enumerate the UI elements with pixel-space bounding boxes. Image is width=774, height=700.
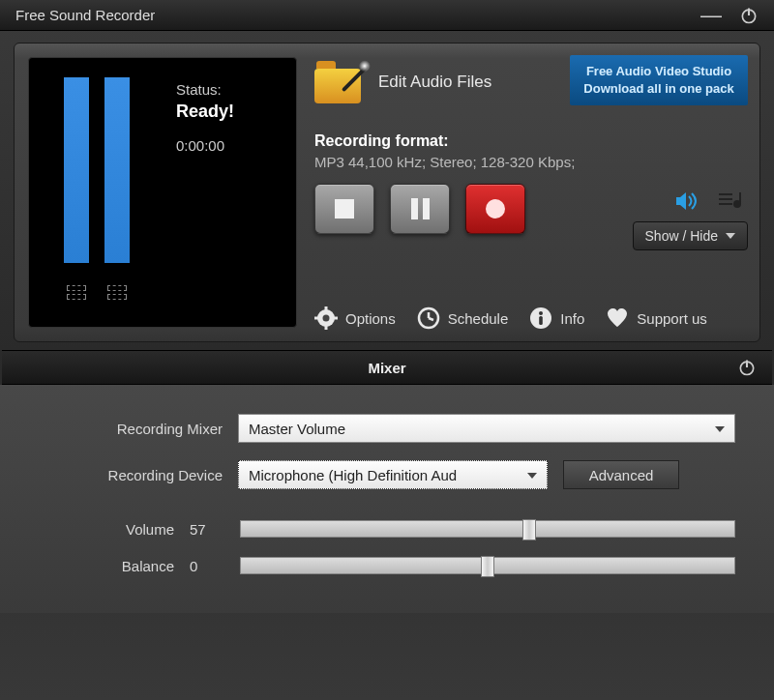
schedule-button[interactable]: Schedule: [417, 306, 509, 330]
advanced-label: Advanced: [589, 467, 654, 483]
gear-icon: [314, 306, 338, 330]
right-controls: Show / Hide: [633, 190, 748, 250]
meter-mark: [104, 282, 130, 302]
schedule-label: Schedule: [448, 310, 509, 327]
stop-button[interactable]: [314, 184, 374, 234]
status-label: Status:: [176, 81, 234, 98]
svg-rect-3: [719, 198, 732, 200]
svg-rect-6: [739, 192, 741, 204]
minimize-button[interactable]: —: [700, 11, 722, 20]
volume-thumb[interactable]: [522, 519, 536, 540]
balance-value: 0: [190, 558, 224, 574]
close-power-button[interactable]: [739, 6, 759, 25]
meter-right: [104, 77, 130, 263]
svg-rect-2: [719, 193, 732, 195]
svg-point-8: [323, 315, 330, 322]
titlebar: Free Sound Recorder —: [0, 0, 774, 31]
main-panel: Status: Ready! 0:00:00 Edit Audio Files …: [14, 43, 760, 342]
record-button[interactable]: [465, 184, 525, 234]
format-label: Recording format:: [314, 132, 748, 150]
format-value: MP3 44,100 kHz; Stereo; 128-320 Kbps;: [314, 154, 748, 170]
mixer-panel: Recording Mixer Master Volume Recording …: [0, 385, 774, 613]
promo-line2: Download all in one pack: [574, 80, 744, 98]
promo-line1: Free Audio Video Studio: [574, 63, 744, 80]
clock-icon: [417, 306, 440, 330]
svg-point-17: [539, 311, 543, 315]
chevron-down-icon: [726, 233, 735, 239]
power-icon: [737, 358, 757, 377]
heart-icon: [606, 306, 629, 330]
svg-rect-18: [539, 316, 543, 325]
balance-label: Balance: [39, 558, 174, 574]
recording-mixer-label: Recording Mixer: [39, 421, 223, 437]
level-meter: Status: Ready! 0:00:00: [28, 57, 297, 328]
support-button[interactable]: Support us: [606, 306, 707, 330]
speaker-button[interactable]: [674, 190, 700, 216]
info-button[interactable]: Info: [529, 306, 584, 330]
promo-banner[interactable]: Free Audio Video Studio Download all in …: [570, 55, 748, 105]
mixer-header: Mixer: [2, 350, 772, 385]
info-label: Info: [560, 310, 584, 327]
advanced-button[interactable]: Advanced: [563, 460, 679, 489]
right-area: Edit Audio Files Free Audio Video Studio…: [314, 55, 748, 330]
status-time: 0:00:00: [176, 137, 234, 154]
info-icon: [529, 306, 552, 330]
options-button[interactable]: Options: [314, 306, 396, 330]
volume-value: 57: [190, 521, 224, 538]
svg-rect-10: [325, 325, 328, 330]
svg-rect-12: [333, 317, 338, 320]
recording-device-label: Recording Device: [39, 467, 223, 483]
svg-rect-11: [314, 317, 319, 320]
status-value: Ready!: [176, 102, 234, 122]
balance-slider[interactable]: [240, 557, 735, 574]
folder-wand-icon: [314, 55, 369, 109]
mixer-title: Mixer: [368, 360, 405, 376]
svg-rect-4: [719, 203, 732, 205]
svg-line-15: [429, 318, 433, 320]
app-window: Free Sound Recorder — Status: Ready! 0:0…: [0, 0, 774, 700]
svg-rect-9: [325, 306, 328, 311]
recording-device-value: Microphone (High Definition Aud: [249, 467, 457, 483]
toolbar: Options Schedule Info Support us: [314, 306, 748, 330]
recording-device-combo[interactable]: Microphone (High Definition Aud: [238, 460, 548, 489]
playlist-button[interactable]: [717, 190, 742, 216]
power-icon: [739, 6, 759, 25]
pause-icon: [411, 198, 430, 219]
recording-mixer-value: Master Volume: [249, 421, 345, 437]
playlist-icon: [717, 190, 742, 212]
app-title: Free Sound Recorder: [15, 7, 700, 23]
meter-mark: [64, 282, 89, 302]
options-label: Options: [345, 310, 396, 327]
status-block: Status: Ready! 0:00:00: [176, 81, 234, 154]
speaker-icon: [674, 190, 700, 212]
pause-button[interactable]: [390, 184, 450, 234]
recording-mixer-combo[interactable]: Master Volume: [238, 414, 735, 443]
volume-label: Volume: [39, 521, 174, 538]
volume-slider[interactable]: [240, 520, 735, 538]
show-hide-label: Show / Hide: [645, 228, 718, 244]
show-hide-button[interactable]: Show / Hide: [633, 221, 748, 250]
record-icon: [486, 199, 505, 219]
mixer-power-button[interactable]: [737, 358, 757, 377]
stop-icon: [335, 199, 354, 219]
meter-left: [64, 77, 89, 263]
balance-thumb[interactable]: [481, 556, 494, 577]
edit-files-label: Edit Audio Files: [378, 73, 491, 92]
support-label: Support us: [637, 310, 707, 327]
